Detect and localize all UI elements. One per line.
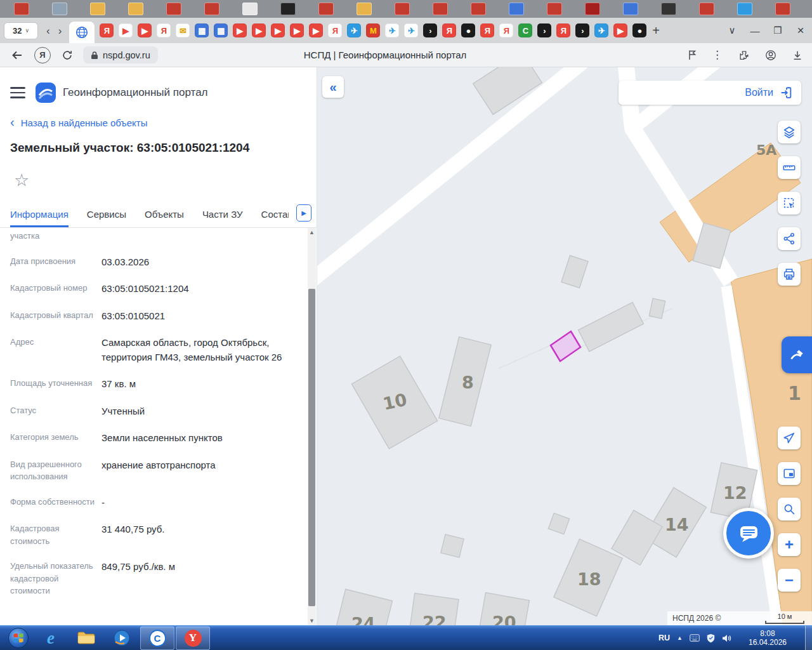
window-icon[interactable] <box>509 3 524 15</box>
show-desktop-button[interactable] <box>805 626 812 650</box>
share-button[interactable] <box>778 227 801 250</box>
window-icon[interactable] <box>90 3 105 15</box>
extensions-icon[interactable] <box>738 50 750 61</box>
window-icon[interactable] <box>357 3 372 15</box>
browser-tab[interactable]: ✈ <box>404 23 418 37</box>
taskbar-app-c-button[interactable]: C <box>140 627 174 650</box>
scrollbar-thumb[interactable] <box>308 289 315 606</box>
draw-tool-button[interactable] <box>782 336 812 373</box>
browser-tab[interactable]: Я <box>442 23 456 37</box>
browser-tab[interactable]: › <box>537 23 551 37</box>
taskbar-explorer-button[interactable] <box>69 627 103 650</box>
tab-3[interactable]: Объекты <box>145 201 184 227</box>
browser-tab[interactable]: Я <box>100 23 114 37</box>
browser-tab[interactable]: ▶ <box>233 23 247 37</box>
taskbar-ie-button[interactable]: e <box>34 627 68 650</box>
locate-button[interactable] <box>778 427 801 449</box>
window-icon[interactable] <box>166 3 181 15</box>
menu-icon[interactable] <box>10 87 25 98</box>
reload-button[interactable] <box>62 50 73 61</box>
bookmark-flag-icon[interactable] <box>688 50 697 60</box>
tab-4[interactable]: Части ЗУ <box>202 201 243 227</box>
favorite-star-icon[interactable]: ☆ <box>14 170 29 190</box>
new-tab-button[interactable]: + <box>652 23 660 38</box>
mini-map-button[interactable] <box>778 462 801 485</box>
window-icon[interactable] <box>585 3 600 15</box>
browser-tab[interactable]: ✈ <box>594 23 608 37</box>
browser-tab[interactable]: ▶ <box>138 23 152 37</box>
window-icon[interactable] <box>433 3 448 15</box>
maximize-button[interactable]: ❒ <box>766 18 789 43</box>
tab-2[interactable]: Сервисы <box>87 201 126 227</box>
tab-5[interactable]: Состав <box>261 201 289 227</box>
browser-tab[interactable]: Я <box>556 23 570 37</box>
window-icon[interactable] <box>204 3 219 15</box>
browser-tab[interactable]: ▦ <box>214 23 228 37</box>
window-icon[interactable] <box>318 3 334 15</box>
keyboard-icon[interactable] <box>690 634 700 642</box>
window-icon[interactable] <box>623 3 638 15</box>
tab-1[interactable]: Информация <box>10 201 69 227</box>
print-button[interactable] <box>778 263 801 286</box>
browser-tab[interactable]: Я <box>328 23 342 37</box>
tabs-scroll-left-icon[interactable]: ‹ <box>46 25 50 36</box>
taskbar-yandex-button[interactable]: Y <box>176 627 210 650</box>
browser-tab[interactable]: Я <box>480 23 494 37</box>
search-area-button[interactable] <box>778 498 801 521</box>
zoom-out-button[interactable]: − <box>778 569 801 592</box>
window-icon[interactable] <box>737 3 752 15</box>
speaker-icon[interactable] <box>722 634 731 642</box>
download-icon[interactable] <box>792 50 803 61</box>
window-icon[interactable] <box>699 3 714 15</box>
shield-icon[interactable] <box>707 633 715 643</box>
login-bar[interactable]: Войти <box>619 81 801 105</box>
tabs-scroll-right-icon[interactable]: › <box>58 25 62 36</box>
browser-tab[interactable]: › <box>423 23 437 37</box>
taskbar-media-player-button[interactable] <box>105 627 139 650</box>
tabs-more-button[interactable]: ▶ <box>296 204 311 222</box>
window-icon[interactable] <box>547 3 562 15</box>
window-icon[interactable] <box>242 3 258 15</box>
browser-tab[interactable]: ✈ <box>347 23 361 37</box>
back-button[interactable] <box>11 49 23 62</box>
browser-tab[interactable]: ▶ <box>271 23 285 37</box>
window-icon[interactable] <box>395 3 410 15</box>
tab-counter[interactable]: 32 ∨ <box>4 22 38 39</box>
window-icon[interactable] <box>471 3 486 15</box>
taskbar-clock[interactable]: 8:08 16.04.2026 <box>742 629 793 647</box>
browser-tab[interactable]: Я <box>499 23 513 37</box>
browser-tab[interactable]: ● <box>632 23 646 37</box>
browser-tab[interactable]: ▶ <box>290 23 304 37</box>
browser-tab[interactable]: ▶ <box>119 23 133 37</box>
browser-tab[interactable]: › <box>575 23 589 37</box>
window-icon[interactable] <box>52 3 67 15</box>
language-indicator[interactable]: RU <box>658 633 670 642</box>
window-icon[interactable] <box>280 3 296 15</box>
browser-tab[interactable]: С <box>518 23 532 37</box>
ruler-button[interactable] <box>778 156 801 179</box>
browser-tab[interactable]: ▦ <box>195 23 209 37</box>
browser-tab[interactable]: ▶ <box>252 23 266 37</box>
scroll-down-icon[interactable]: ▼ <box>308 618 316 624</box>
close-button[interactable]: × <box>789 18 812 43</box>
profile-icon[interactable] <box>765 50 776 61</box>
browser-tab[interactable]: М <box>366 23 380 37</box>
browser-tab[interactable]: ▶ <box>309 23 323 37</box>
zoom-in-button[interactable]: + <box>778 533 801 556</box>
layers-button[interactable] <box>778 121 801 143</box>
yandex-icon[interactable]: Я <box>34 47 51 63</box>
collapse-panel-button[interactable]: « <box>322 76 344 98</box>
back-to-results-link[interactable]: ‹ Назад в найденные объекты <box>10 117 147 128</box>
window-icon[interactable] <box>775 3 790 15</box>
browser-tab[interactable]: ✉ <box>176 23 190 37</box>
window-icon[interactable] <box>128 3 143 15</box>
window-icon[interactable] <box>661 3 676 15</box>
panel-scrollbar[interactable]: ▲ ▼ <box>308 228 316 625</box>
start-button[interactable] <box>4 626 33 650</box>
chat-button[interactable] <box>723 508 774 559</box>
browser-tab[interactable]: Я <box>157 23 171 37</box>
browser-tab[interactable]: ✈ <box>385 23 399 37</box>
browser-tab[interactable]: ● <box>461 23 475 37</box>
window-icon[interactable] <box>14 3 29 15</box>
scroll-up-icon[interactable]: ▲ <box>308 229 316 235</box>
